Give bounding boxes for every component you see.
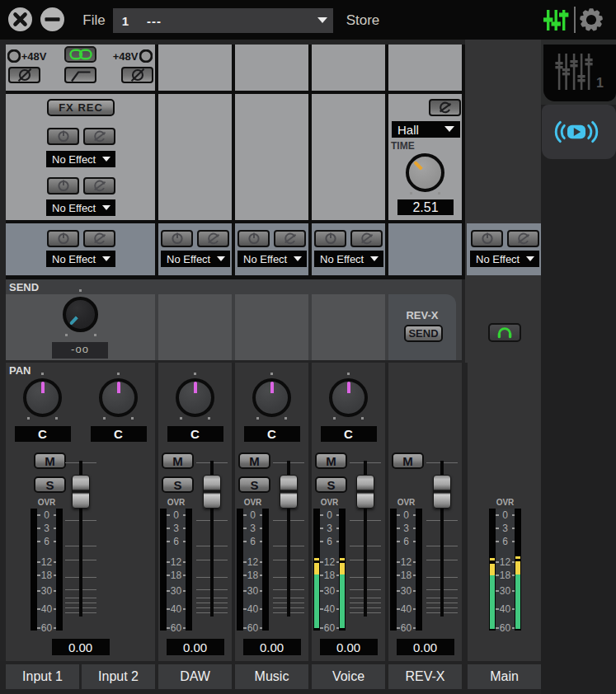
svg-text:1: 1 [596, 76, 604, 90]
